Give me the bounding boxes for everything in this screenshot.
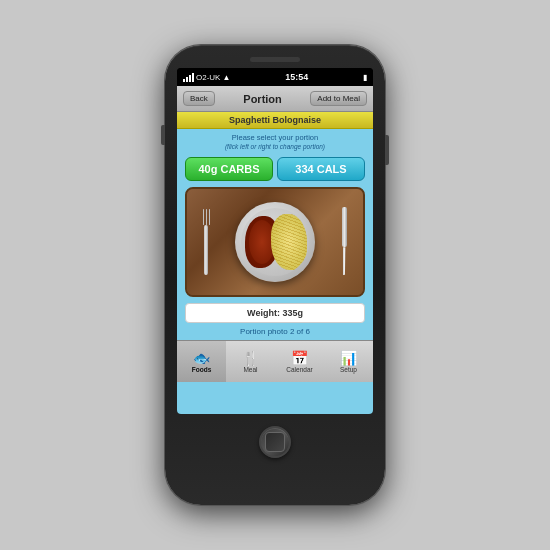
home-button-inner [265, 432, 285, 452]
status-right: ▮ [363, 73, 367, 82]
nav-bar: Back Portion Add to Meal [177, 86, 373, 112]
status-time: 15:54 [285, 72, 308, 82]
home-button[interactable] [259, 426, 291, 458]
setup-tab-label: Setup [340, 366, 357, 373]
signal-icon [183, 73, 194, 82]
setup-icon: 📊 [340, 351, 357, 365]
foods-icon: 🐟 [193, 351, 210, 365]
instruction-text: Please select your portion (flick left o… [177, 129, 373, 153]
calendar-tab-label: Calendar [286, 366, 312, 373]
nutrition-row: 40g CARBS 334 CALS [177, 153, 373, 185]
cals-unit: CALS [317, 163, 347, 175]
page-title: Portion [243, 93, 282, 105]
knife-handle [342, 207, 347, 247]
food-image-area[interactable] [185, 187, 365, 297]
phone-screen: O2-UK ▲ 15:54 ▮ Back Portion Add to Meal… [177, 68, 373, 414]
fork-tine [209, 209, 210, 225]
app-screen: Back Portion Add to Meal Spaghetti Bolog… [177, 86, 373, 414]
tab-calendar[interactable]: 📅 Calendar [275, 341, 324, 382]
volume-button[interactable] [161, 125, 165, 145]
calendar-icon: 📅 [291, 351, 308, 365]
fork-handle [204, 225, 208, 275]
back-button[interactable]: Back [183, 91, 215, 106]
fork-icon [203, 207, 209, 277]
fork-tine [203, 209, 204, 225]
battery-icon: ▮ [363, 73, 367, 82]
power-button[interactable] [385, 135, 389, 165]
add-to-meal-button[interactable]: Add to Meal [310, 91, 367, 106]
plate [235, 202, 315, 282]
tab-setup[interactable]: 📊 Setup [324, 341, 373, 382]
fork-tine [206, 209, 207, 225]
portion-info: Portion photo 2 of 6 [177, 325, 373, 340]
weight-display: Weight: 335g [185, 303, 365, 323]
tab-meal[interactable]: 🍴 Meal [226, 341, 275, 382]
spaghetti [271, 214, 307, 270]
food-plate [187, 189, 363, 295]
plate-inner [241, 208, 309, 276]
meal-tab-label: Meal [243, 366, 257, 373]
wifi-icon: ▲ [222, 73, 230, 82]
cals-badge: 334 CALS [277, 157, 365, 181]
phone-buttons-area [259, 422, 291, 493]
carbs-value: 40g [198, 163, 217, 175]
instruction-sub: (flick left or right to change portion) [183, 143, 367, 151]
cals-value: 334 [295, 163, 313, 175]
phone-device: O2-UK ▲ 15:54 ▮ Back Portion Add to Meal… [165, 45, 385, 505]
knife-blade [343, 247, 346, 275]
knife-icon [341, 207, 347, 277]
foods-tab-label: Foods [192, 366, 212, 373]
meal-icon: 🍴 [242, 351, 259, 365]
instruction-main: Please select your portion [183, 133, 367, 143]
food-name-banner: Spaghetti Bolognaise [177, 112, 373, 129]
carrier-label: O2-UK [196, 73, 220, 82]
carbs-badge: 40g CARBS [185, 157, 273, 181]
fork-tines [203, 209, 210, 225]
tab-foods[interactable]: 🐟 Foods [177, 341, 226, 382]
status-left: O2-UK ▲ [183, 73, 230, 82]
status-bar: O2-UK ▲ 15:54 ▮ [177, 68, 373, 86]
phone-speaker [250, 57, 300, 62]
carbs-unit: CARBS [220, 163, 259, 175]
tab-bar: 🐟 Foods 🍴 Meal 📅 Calendar 📊 Setup [177, 340, 373, 382]
